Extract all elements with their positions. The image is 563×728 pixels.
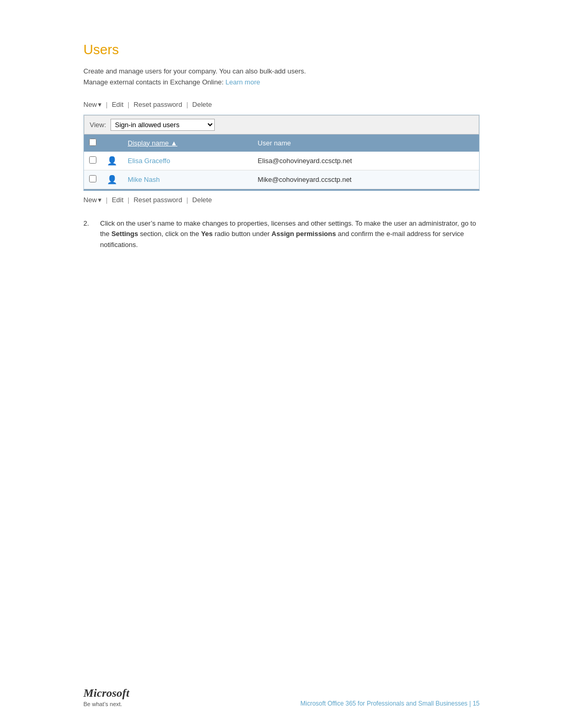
users-table-wrapper: View: Sign-in allowed users All users Si… bbox=[83, 115, 480, 191]
row1-checkbox[interactable] bbox=[89, 156, 96, 164]
table-header: Display name ▲ User name bbox=[84, 134, 479, 152]
col-check-header bbox=[84, 134, 102, 152]
footer-logo: Microsoft Be what’s next. bbox=[83, 686, 129, 707]
table-body: 👤 Elisa Graceffo Elisa@cohovineyard.ccsc… bbox=[84, 152, 479, 189]
sep2-bottom: | bbox=[128, 196, 129, 204]
view-select[interactable]: Sign-in allowed users All users Sign-in … bbox=[111, 119, 215, 131]
sep1-bottom: | bbox=[106, 196, 107, 204]
page-container: Users Create and manage users for your c… bbox=[0, 0, 563, 728]
table-row: 👤 Mike Nash Mike@cohovineyard.ccsctp.net bbox=[84, 170, 479, 189]
row1-username: Elisa@cohovineyard.ccsctp.net bbox=[252, 152, 479, 170]
bottom-toolbar: New▾ | Edit | Reset password | Delete bbox=[83, 196, 480, 204]
users-table: Display name ▲ User name 👤 bbox=[84, 134, 479, 189]
col-icon-header bbox=[102, 134, 123, 152]
user-icon-row1: 👤 bbox=[107, 156, 117, 165]
step-list: 2. Click on the user’s name to make chan… bbox=[83, 218, 480, 251]
elisa-graceffo-link[interactable]: Elisa Graceffo bbox=[128, 157, 170, 165]
user-name-header-text: User name bbox=[258, 139, 291, 147]
new-arrow-bottom: ▾ bbox=[98, 196, 102, 204]
col-displayname-header[interactable]: Display name ▲ bbox=[123, 134, 252, 152]
new-label-top: New bbox=[83, 101, 97, 108]
new-arrow-top: ▾ bbox=[98, 101, 102, 108]
row2-username: Mike@cohovineyard.ccsctp.net bbox=[252, 170, 479, 189]
learn-more-link[interactable]: Learn more bbox=[225, 78, 260, 86]
sep3-bottom: | bbox=[186, 196, 188, 204]
view-bar: View: Sign-in allowed users All users Si… bbox=[84, 115, 479, 134]
new-button-top[interactable]: New▾ bbox=[83, 101, 102, 108]
sep1-top: | bbox=[106, 101, 107, 108]
step2-text-middle2: radio button under bbox=[213, 230, 272, 238]
view-label: View: bbox=[90, 121, 106, 129]
row1-icon-cell: 👤 bbox=[102, 152, 123, 170]
settings-bold: Settings bbox=[112, 230, 138, 238]
reset-password-button-top[interactable]: Reset password bbox=[133, 101, 182, 108]
row1-check bbox=[84, 152, 102, 170]
footer-page-text: Microsoft Office 365 for Professionals a… bbox=[300, 700, 480, 707]
sep2-top: | bbox=[128, 101, 129, 108]
delete-button-bottom[interactable]: Delete bbox=[192, 196, 212, 204]
edit-button-top[interactable]: Edit bbox=[112, 101, 123, 108]
col-username-header: User name bbox=[252, 134, 479, 152]
step2-item: 2. Click on the user’s name to make chan… bbox=[83, 218, 480, 251]
step2-number: 2. bbox=[83, 218, 94, 251]
description-line2: Manage external contacts in Exchange Onl… bbox=[83, 78, 224, 86]
mike-nash-link[interactable]: Mike Nash bbox=[128, 176, 160, 183]
table-row: 👤 Elisa Graceffo Elisa@cohovineyard.ccsc… bbox=[84, 152, 479, 170]
select-all-checkbox[interactable] bbox=[89, 139, 96, 146]
row1-displayname: Elisa Graceffo bbox=[123, 152, 252, 170]
row2-check bbox=[84, 170, 102, 189]
description-line1: Create and manage users for your company… bbox=[83, 67, 306, 75]
new-button-bottom[interactable]: New▾ bbox=[83, 196, 102, 204]
user-icon-row2: 👤 bbox=[107, 175, 117, 184]
row2-icon-cell: 👤 bbox=[102, 170, 123, 189]
assign-bold: Assign permissions bbox=[272, 230, 336, 238]
row2-displayname: Mike Nash bbox=[123, 170, 252, 189]
step2-section: 2. Click on the user’s name to make chan… bbox=[83, 218, 480, 251]
step2-text: Click on the user’s name to make changes… bbox=[100, 218, 480, 251]
row2-checkbox[interactable] bbox=[89, 175, 96, 182]
description: Create and manage users for your company… bbox=[83, 66, 480, 88]
delete-button-top[interactable]: Delete bbox=[192, 101, 212, 108]
step2-text-middle: section, click on the bbox=[138, 230, 201, 238]
microsoft-logo: Microsoft bbox=[83, 686, 129, 700]
yes-bold: Yes bbox=[201, 230, 213, 238]
page-title: Users bbox=[83, 42, 480, 58]
new-label-bottom: New bbox=[83, 196, 97, 204]
edit-button-bottom[interactable]: Edit bbox=[112, 196, 123, 204]
footer: Microsoft Be what’s next. Microsoft Offi… bbox=[83, 686, 480, 707]
microsoft-tagline: Be what’s next. bbox=[83, 701, 129, 707]
sep3-top: | bbox=[186, 101, 188, 108]
display-name-sort-link[interactable]: Display name ▲ bbox=[128, 139, 177, 147]
reset-password-button-bottom[interactable]: Reset password bbox=[133, 196, 182, 204]
top-toolbar: New▾ | Edit | Reset password | Delete bbox=[83, 101, 480, 108]
display-name-header-text: Display name ▲ bbox=[128, 139, 177, 147]
